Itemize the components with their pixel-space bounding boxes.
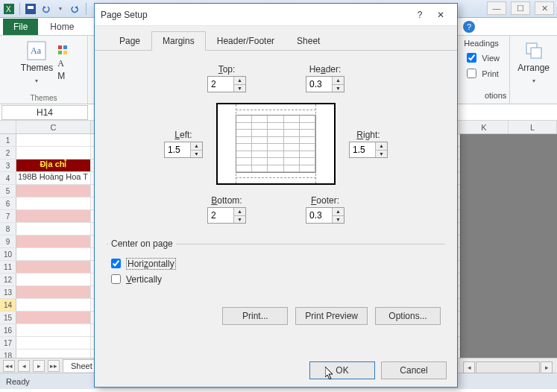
home-tab[interactable]: Home bbox=[43, 19, 81, 35]
file-tab[interactable]: File bbox=[3, 19, 38, 35]
view-headings-checkbox[interactable]: View bbox=[464, 51, 506, 65]
row-header[interactable]: 6 bbox=[0, 197, 16, 209]
right-margin-input[interactable] bbox=[350, 142, 375, 157]
spin-up-icon[interactable]: ▲ bbox=[234, 77, 245, 85]
spin-up-icon[interactable]: ▲ bbox=[376, 142, 387, 151]
center-vertically-checkbox[interactable]: Vertically bbox=[108, 272, 444, 286]
row-header[interactable]: 13 bbox=[0, 286, 16, 298]
select-all-corner[interactable] bbox=[0, 121, 16, 133]
tab-page[interactable]: Page bbox=[108, 31, 151, 51]
cell[interactable] bbox=[16, 350, 91, 358]
row-header[interactable]: 18 bbox=[0, 350, 16, 358]
themes-button[interactable]: Aa Themes bbox=[18, 39, 56, 86]
row-header[interactable]: 7 bbox=[0, 210, 16, 222]
cell[interactable] bbox=[16, 223, 91, 235]
redo-icon[interactable] bbox=[69, 3, 81, 15]
cell[interactable] bbox=[16, 286, 91, 298]
cell[interactable] bbox=[16, 235, 91, 247]
center-horizontally-checkbox[interactable]: Horizontally bbox=[108, 256, 444, 271]
bottom-margin-input[interactable] bbox=[208, 208, 233, 223]
scroll-right-button[interactable]: ▸ bbox=[541, 361, 553, 373]
row-header[interactable]: 12 bbox=[0, 274, 16, 285]
options-button[interactable]: Options... bbox=[375, 307, 441, 325]
theme-colors-button[interactable] bbox=[57, 45, 69, 57]
spin-up-icon[interactable]: ▲ bbox=[234, 208, 245, 216]
right-margin-spinner[interactable]: ▲▼ bbox=[349, 142, 388, 158]
row-header[interactable]: 4 bbox=[0, 172, 16, 184]
center-vertically-input[interactable] bbox=[111, 274, 121, 284]
spin-down-icon[interactable]: ▼ bbox=[333, 85, 344, 92]
row-header[interactable]: 1 bbox=[0, 134, 16, 146]
cell[interactable] bbox=[16, 337, 91, 349]
cell[interactable] bbox=[16, 324, 91, 336]
window-minimize-button[interactable]: — bbox=[487, 1, 506, 15]
row-header[interactable]: 9 bbox=[0, 235, 16, 247]
column-header-l[interactable]: L bbox=[509, 121, 557, 133]
row-header[interactable]: 8 bbox=[0, 223, 16, 235]
cell[interactable] bbox=[16, 261, 91, 273]
horizontal-scrollbar[interactable]: ◂ ▸ bbox=[463, 361, 553, 374]
sheet-nav-prev[interactable]: ◂ bbox=[18, 360, 30, 372]
print-preview-button[interactable]: Print Preview bbox=[295, 307, 368, 325]
tab-sheet[interactable]: Sheet bbox=[286, 31, 331, 51]
scroll-left-button[interactable]: ◂ bbox=[463, 361, 475, 373]
row-header[interactable]: 10 bbox=[0, 248, 16, 260]
view-headings-input[interactable] bbox=[467, 53, 476, 63]
bottom-margin-spinner[interactable]: ▲▼ bbox=[207, 207, 246, 224]
center-horizontally-input[interactable] bbox=[111, 259, 121, 268]
header-margin-input[interactable] bbox=[306, 77, 332, 92]
ok-button[interactable]: OK bbox=[309, 361, 375, 379]
window-maximize-button[interactable]: ☐ bbox=[511, 1, 530, 15]
spin-down-icon[interactable]: ▼ bbox=[234, 216, 245, 224]
spin-up-icon[interactable]: ▲ bbox=[333, 77, 344, 85]
tab-header-footer[interactable]: Header/Footer bbox=[206, 31, 286, 51]
help-icon[interactable]: ? bbox=[463, 21, 475, 33]
dialog-close-button[interactable]: ✕ bbox=[430, 7, 451, 23]
scroll-track[interactable] bbox=[476, 361, 540, 373]
cell[interactable] bbox=[16, 197, 91, 209]
save-icon[interactable] bbox=[25, 3, 37, 15]
cell[interactable] bbox=[16, 312, 91, 323]
left-margin-input[interactable] bbox=[165, 142, 190, 157]
footer-margin-spinner[interactable]: ▲▼ bbox=[306, 207, 344, 224]
cell[interactable]: 198B Hoàng Hoa T bbox=[16, 172, 91, 184]
row-header[interactable]: 11 bbox=[0, 261, 16, 273]
cell[interactable] bbox=[16, 210, 91, 222]
sheet-nav-next[interactable]: ▸ bbox=[33, 360, 45, 372]
tab-margins[interactable]: Margins bbox=[151, 31, 206, 51]
top-margin-input[interactable] bbox=[208, 77, 233, 92]
row-header[interactable]: 17 bbox=[0, 337, 16, 349]
header-margin-spinner[interactable]: ▲▼ bbox=[306, 76, 344, 92]
spin-up-icon[interactable]: ▲ bbox=[333, 208, 344, 216]
spin-down-icon[interactable]: ▼ bbox=[234, 85, 245, 92]
dialog-titlebar[interactable]: Page Setup ? ✕ bbox=[95, 4, 457, 26]
row-header[interactable]: 15 bbox=[0, 312, 16, 323]
spin-up-icon[interactable]: ▲ bbox=[191, 142, 202, 151]
arrange-button[interactable]: Arrange bbox=[514, 39, 553, 86]
spin-down-icon[interactable]: ▼ bbox=[376, 151, 387, 158]
cancel-button[interactable]: Cancel bbox=[381, 361, 447, 379]
cell[interactable] bbox=[16, 147, 91, 159]
cell[interactable]: Địa chỉ bbox=[16, 159, 91, 171]
row-header[interactable]: 5 bbox=[0, 185, 16, 197]
undo-dropdown-icon[interactable] bbox=[54, 3, 66, 15]
spin-down-icon[interactable]: ▼ bbox=[333, 216, 344, 224]
theme-effects-button[interactable]: M bbox=[57, 71, 69, 81]
undo-icon[interactable] bbox=[40, 3, 51, 15]
sheet-nav-last[interactable]: ▸▸ bbox=[48, 360, 60, 372]
row-header[interactable]: 14 bbox=[0, 299, 16, 311]
name-box[interactable]: H14 bbox=[1, 105, 88, 120]
cell[interactable] bbox=[16, 185, 91, 197]
cell[interactable] bbox=[16, 248, 91, 260]
row-header[interactable]: 3 bbox=[0, 159, 16, 171]
cell[interactable] bbox=[16, 134, 91, 146]
window-close-button[interactable]: ✕ bbox=[535, 1, 554, 15]
top-margin-spinner[interactable]: ▲▼ bbox=[207, 76, 246, 92]
row-header[interactable]: 2 bbox=[0, 147, 16, 159]
sheet-nav-first[interactable]: ◂◂ bbox=[3, 360, 15, 372]
column-header-c[interactable]: C bbox=[16, 121, 91, 133]
column-header-k[interactable]: K bbox=[460, 121, 509, 133]
print-headings-checkbox[interactable]: Print bbox=[464, 66, 506, 80]
cell[interactable] bbox=[16, 299, 91, 311]
print-headings-input[interactable] bbox=[467, 69, 476, 78]
